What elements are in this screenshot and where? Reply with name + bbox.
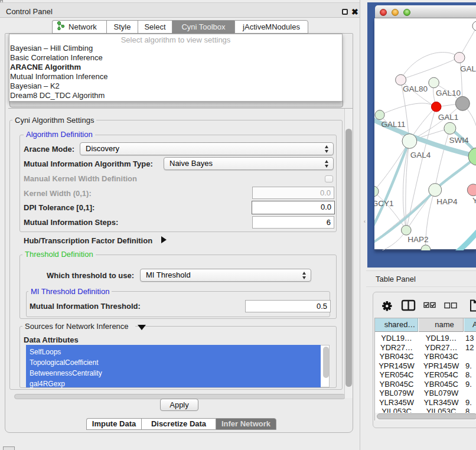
svg-text:GAL10: GAL10 — [436, 89, 461, 97]
svg-text:GAL4: GAL4 — [410, 151, 431, 159]
svg-text:GAL80: GAL80 — [403, 84, 428, 93]
svg-text:SWI4: SWI4 — [449, 136, 468, 145]
svg-text:Y: Y — [472, 196, 476, 205]
svg-text:GAL7: GAL7 — [460, 64, 476, 73]
svg-text:GCY1: GCY1 — [374, 199, 393, 208]
svg-text:HAP2: HAP2 — [407, 235, 428, 244]
svg-text:HAP4: HAP4 — [436, 197, 458, 206]
svg-text:GAL11: GAL11 — [381, 120, 405, 129]
svg-text:GAL1: GAL1 — [438, 113, 459, 122]
